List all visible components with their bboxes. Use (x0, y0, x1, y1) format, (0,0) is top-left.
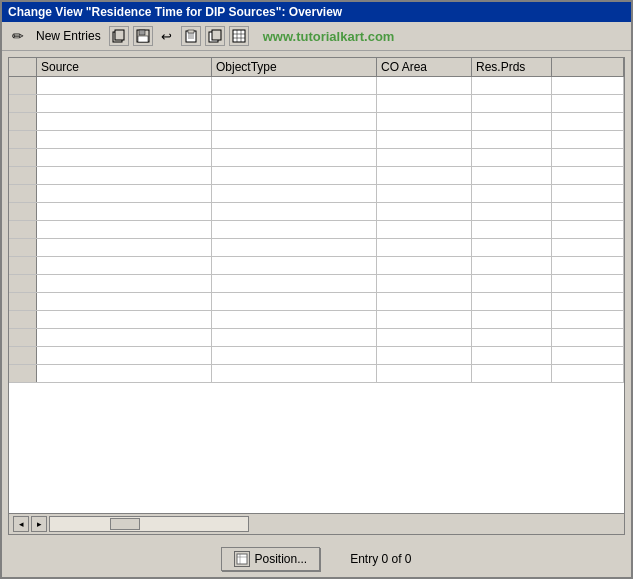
cell-objecttype[interactable] (212, 329, 377, 346)
cell-coarea[interactable] (377, 329, 472, 346)
cell-objecttype[interactable] (212, 239, 377, 256)
cell-source[interactable] (37, 77, 212, 94)
cell-resprds[interactable] (472, 95, 552, 112)
cell-resprds[interactable] (472, 131, 552, 148)
cell-objecttype[interactable] (212, 95, 377, 112)
position-button[interactable]: Position... (221, 547, 320, 571)
row-selector[interactable] (9, 257, 37, 274)
table-row[interactable] (9, 239, 624, 257)
cell-coarea[interactable] (377, 239, 472, 256)
row-selector[interactable] (9, 329, 37, 346)
cell-resprds[interactable] (472, 113, 552, 130)
cell-coarea[interactable] (377, 203, 472, 220)
row-selector[interactable] (9, 167, 37, 184)
cell-coarea[interactable] (377, 113, 472, 130)
row-selector[interactable] (9, 149, 37, 166)
cell-source[interactable] (37, 131, 212, 148)
cell-source[interactable] (37, 293, 212, 310)
cell-source[interactable] (37, 221, 212, 238)
cell-resprds[interactable] (472, 77, 552, 94)
cell-coarea[interactable] (377, 365, 472, 382)
cell-resprds[interactable] (472, 257, 552, 274)
row-selector[interactable] (9, 365, 37, 382)
new-entries-button[interactable]: New Entries (32, 26, 105, 46)
cell-objecttype[interactable] (212, 257, 377, 274)
table-row[interactable] (9, 185, 624, 203)
cell-source[interactable] (37, 149, 212, 166)
cell-resprds[interactable] (472, 203, 552, 220)
row-selector[interactable] (9, 293, 37, 310)
undo-icon[interactable]: ↩ (157, 26, 177, 46)
cell-objecttype[interactable] (212, 311, 377, 328)
row-selector[interactable] (9, 185, 37, 202)
clipboard-icon[interactable] (181, 26, 201, 46)
table-row[interactable] (9, 311, 624, 329)
cell-objecttype[interactable] (212, 275, 377, 292)
row-selector[interactable] (9, 113, 37, 130)
table-row[interactable] (9, 329, 624, 347)
cell-objecttype[interactable] (212, 113, 377, 130)
table-row[interactable] (9, 167, 624, 185)
cell-objecttype[interactable] (212, 149, 377, 166)
cell-coarea[interactable] (377, 167, 472, 184)
table-row[interactable] (9, 203, 624, 221)
cell-objecttype[interactable] (212, 221, 377, 238)
cell-coarea[interactable] (377, 149, 472, 166)
scroll-thumb[interactable] (110, 518, 140, 530)
cell-coarea[interactable] (377, 221, 472, 238)
table-row[interactable] (9, 221, 624, 239)
cell-objecttype[interactable] (212, 293, 377, 310)
cell-coarea[interactable] (377, 77, 472, 94)
cell-objecttype[interactable] (212, 131, 377, 148)
copy-rows-icon[interactable] (109, 26, 129, 46)
cell-source[interactable] (37, 203, 212, 220)
cell-resprds[interactable] (472, 149, 552, 166)
edit-icon[interactable]: ✏ (8, 26, 28, 46)
scroll-right-button[interactable]: ▸ (31, 516, 47, 532)
row-selector[interactable] (9, 95, 37, 112)
table-row[interactable] (9, 365, 624, 383)
row-selector[interactable] (9, 311, 37, 328)
table-row[interactable] (9, 293, 624, 311)
cell-resprds[interactable] (472, 185, 552, 202)
cell-objecttype[interactable] (212, 77, 377, 94)
save-icon[interactable] (133, 26, 153, 46)
cell-resprds[interactable] (472, 329, 552, 346)
cell-coarea[interactable] (377, 257, 472, 274)
cell-source[interactable] (37, 257, 212, 274)
row-selector[interactable] (9, 203, 37, 220)
cell-source[interactable] (37, 275, 212, 292)
cell-coarea[interactable] (377, 311, 472, 328)
cell-source[interactable] (37, 311, 212, 328)
table-row[interactable] (9, 149, 624, 167)
cell-source[interactable] (37, 167, 212, 184)
cell-resprds[interactable] (472, 293, 552, 310)
cell-coarea[interactable] (377, 293, 472, 310)
cell-objecttype[interactable] (212, 167, 377, 184)
cell-objecttype[interactable] (212, 203, 377, 220)
cell-coarea[interactable] (377, 95, 472, 112)
row-selector[interactable] (9, 275, 37, 292)
cell-objecttype[interactable] (212, 365, 377, 382)
cell-resprds[interactable] (472, 311, 552, 328)
cell-coarea[interactable] (377, 275, 472, 292)
row-selector[interactable] (9, 221, 37, 238)
copy2-icon[interactable] (205, 26, 225, 46)
row-selector[interactable] (9, 77, 37, 94)
cell-source[interactable] (37, 239, 212, 256)
cell-coarea[interactable] (377, 185, 472, 202)
table-row[interactable] (9, 95, 624, 113)
table-row[interactable] (9, 113, 624, 131)
row-selector[interactable] (9, 239, 37, 256)
table-row[interactable] (9, 131, 624, 149)
cell-source[interactable] (37, 95, 212, 112)
cell-resprds[interactable] (472, 239, 552, 256)
cell-objecttype[interactable] (212, 347, 377, 364)
cell-resprds[interactable] (472, 167, 552, 184)
cell-objecttype[interactable] (212, 185, 377, 202)
cell-source[interactable] (37, 347, 212, 364)
cell-coarea[interactable] (377, 131, 472, 148)
cell-coarea[interactable] (377, 347, 472, 364)
cell-resprds[interactable] (472, 365, 552, 382)
cell-source[interactable] (37, 329, 212, 346)
